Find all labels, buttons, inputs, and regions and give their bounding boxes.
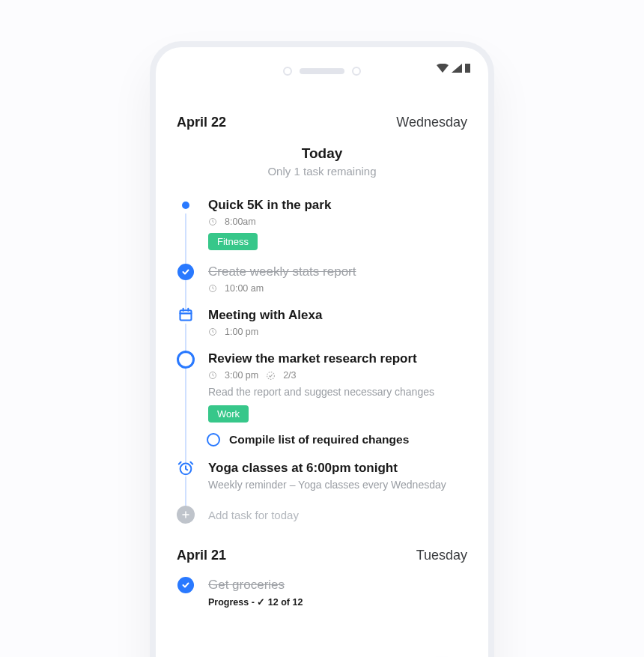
- tag-badge[interactable]: Work: [208, 405, 249, 423]
- check-icon[interactable]: [177, 264, 194, 280]
- camera-cutout: [283, 67, 292, 76]
- task-item[interactable]: Yoga classes at 6:00pm tonight Weekly re…: [177, 460, 467, 506]
- add-task-row[interactable]: Add task for today: [177, 506, 467, 537]
- speaker-grille: [300, 68, 344, 74]
- day-header: April 21 Tuesday: [177, 548, 467, 563]
- clock-icon: [208, 327, 217, 336]
- remaining-count: Only 1 task remaining: [177, 165, 467, 178]
- task-title: Quick 5K in the park: [208, 197, 467, 214]
- tag-badge[interactable]: Fitness: [208, 233, 258, 250]
- task-item[interactable]: Meeting with Alexa 1:00 pm: [177, 307, 467, 351]
- status-icons: [437, 64, 470, 73]
- clock-icon: [208, 217, 217, 226]
- status-bar: [156, 58, 488, 85]
- current-dot-icon: [182, 202, 189, 209]
- wifi-icon: [437, 64, 449, 73]
- phone-frame: April 22 Wednesday Today Only 1 task rem…: [150, 41, 494, 657]
- task-title: Review the market research report: [208, 351, 467, 367]
- check-icon[interactable]: [177, 577, 194, 593]
- svg-rect-3: [180, 310, 192, 320]
- weekday-label: Tuesday: [416, 548, 467, 563]
- plus-icon: [177, 506, 195, 524]
- power-button: [493, 371, 494, 437]
- day-header: April 22 Wednesday: [177, 115, 467, 130]
- task-title: Create weekly stats report: [208, 264, 467, 280]
- svg-rect-0: [465, 64, 470, 73]
- task-title: Meeting with Alexa: [208, 307, 467, 324]
- add-task-label: Add task for today: [208, 509, 299, 521]
- task-time: 1:00 pm: [225, 327, 258, 337]
- date-label: April 22: [177, 115, 226, 130]
- subtask-item[interactable]: Compile list of required changes: [207, 433, 467, 446]
- task-progress: Progress - ✓ 12 of 12: [208, 596, 467, 608]
- task-time: 3:00 pm: [225, 370, 258, 381]
- camera-cutout: [352, 67, 361, 76]
- task-time: 8:00am: [225, 217, 256, 227]
- date-label: April 21: [177, 548, 226, 563]
- task-item[interactable]: Review the market research report 3:00 p…: [177, 351, 467, 460]
- subtasks-icon: [266, 371, 276, 381]
- task-note: Read the report and suggest necessary ch…: [208, 385, 467, 399]
- calendar-icon: [178, 307, 193, 322]
- subtask-count: 2/3: [283, 370, 296, 381]
- weekday-label: Wednesday: [396, 115, 467, 130]
- battery-icon: [465, 64, 470, 73]
- subtask-title: Compile list of required changes: [229, 433, 409, 446]
- task-item[interactable]: Get groceries Progress - ✓ 12 of 12: [177, 577, 467, 621]
- todo-ring-icon[interactable]: [207, 433, 220, 446]
- task-title: Yoga classes at 6:00pm tonight: [208, 460, 467, 476]
- svg-point-9: [267, 372, 275, 380]
- task-time: 10:00 am: [225, 283, 264, 294]
- task-title: Get groceries: [208, 577, 467, 593]
- clock-icon: [208, 371, 217, 380]
- task-note: Weekly reminder – Yoga classes every Wed…: [208, 478, 467, 492]
- alarm-icon: [177, 460, 194, 476]
- today-title: Today: [177, 145, 467, 162]
- signal-icon: [452, 64, 462, 73]
- clock-icon: [208, 284, 217, 293]
- volume-button: [493, 206, 494, 239]
- task-item[interactable]: Quick 5K in the park 8:00am Fitness: [177, 197, 467, 264]
- today-summary: Today Only 1 task remaining: [177, 145, 467, 178]
- todo-ring-icon[interactable]: [177, 351, 195, 369]
- task-item[interactable]: Create weekly stats report 10:00 am: [177, 264, 467, 307]
